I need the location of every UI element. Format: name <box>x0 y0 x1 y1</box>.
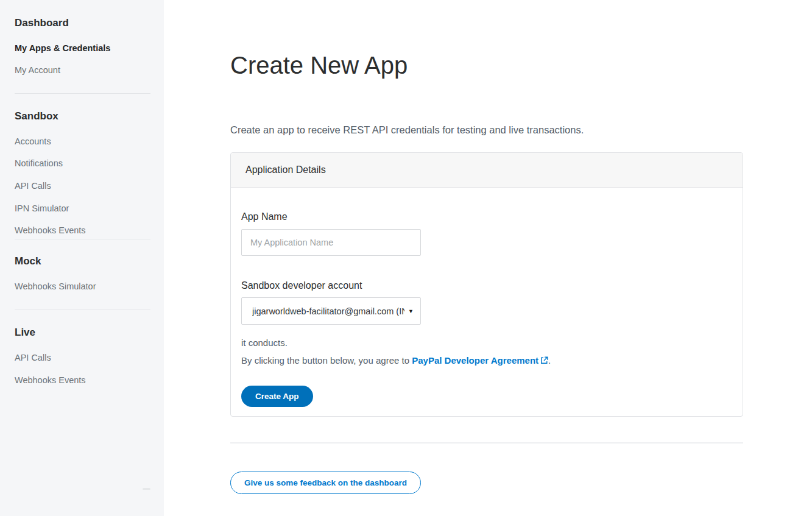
app-name-input[interactable] <box>241 229 421 256</box>
sidebar-item-sandbox-ipn-simulator[interactable]: IPN Simulator <box>15 203 150 214</box>
sidebar-divider <box>15 309 150 309</box>
page-title: Create New App <box>230 51 743 79</box>
agreement-prefix: By clicking the button below, you agree … <box>241 355 412 366</box>
create-app-button[interactable]: Create App <box>241 386 313 407</box>
sidebar-item-sandbox-notifications[interactable]: Notifications <box>15 158 150 169</box>
app-name-label: App Name <box>241 211 728 222</box>
sidebar-item-my-apps-credentials[interactable]: My Apps & Credentials <box>15 43 150 54</box>
sandbox-account-label: Sandbox developer account <box>241 280 728 291</box>
sidebar-item-sandbox-webhooks-events[interactable]: Webhooks Events <box>15 225 150 236</box>
sidebar-nav: Dashboard My Apps & Credentials My Accou… <box>0 0 164 516</box>
external-link-icon <box>540 355 548 367</box>
developer-agreement-link[interactable]: PayPal Developer Agreement <box>412 355 538 366</box>
panel-header: Application Details <box>231 153 743 188</box>
sidebar-item-my-account[interactable]: My Account <box>15 65 150 76</box>
conducts-text: it conducts. <box>241 337 728 349</box>
sandbox-account-selected-value: jigarworldweb-facilitator@gmail.com (IN <box>252 306 404 316</box>
sidebar-divider <box>15 239 150 239</box>
feedback-button[interactable]: Give us some feedback on the dashboard <box>230 472 421 494</box>
dropdown-arrow-icon: ▼ <box>408 308 414 314</box>
sidebar-item-live-webhooks-events[interactable]: Webhooks Events <box>15 375 150 386</box>
sidebar-item-sandbox-accounts[interactable]: Accounts <box>15 136 150 147</box>
application-details-panel: Application Details App Name Sandbox dev… <box>230 152 743 417</box>
content-divider <box>230 442 743 444</box>
sidebar-collapse-handle <box>143 488 150 490</box>
sidebar-heading-mock: Mock <box>15 255 150 267</box>
panel-body: App Name Sandbox developer account jigar… <box>231 188 743 416</box>
sidebar-item-sandbox-api-calls[interactable]: API Calls <box>15 180 150 191</box>
sidebar-heading-dashboard: Dashboard <box>15 17 150 29</box>
sandbox-account-select[interactable]: jigarworldweb-facilitator@gmail.com (IN … <box>241 297 421 325</box>
sidebar-heading-live: Live <box>15 327 150 339</box>
agreement-suffix: . <box>548 355 551 366</box>
sidebar-divider <box>15 93 150 94</box>
main-content: Create New App Create an app to receive … <box>164 0 812 516</box>
sidebar-heading-sandbox: Sandbox <box>15 110 150 122</box>
sidebar-item-live-api-calls[interactable]: API Calls <box>15 352 150 363</box>
intro-text: Create an app to receive REST API creden… <box>230 124 743 136</box>
agreement-text: By clicking the button below, you agree … <box>241 355 728 367</box>
sidebar-item-mock-webhooks-simulator[interactable]: Webhooks Simulator <box>15 281 150 292</box>
